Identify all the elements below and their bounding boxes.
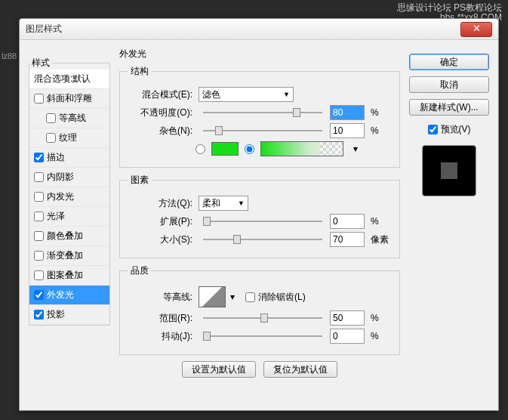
- style-checkbox[interactable]: [34, 172, 44, 182]
- spread-input[interactable]: [330, 214, 365, 229]
- style-checkbox[interactable]: [34, 231, 44, 241]
- layer-style-dialog: 图层样式 ✕ 样式 混合选项:默认 斜面和浮雕等高线纹理描边内阴影内发光光泽颜色…: [19, 18, 499, 411]
- blend-mode-label: 混合模式(E):: [128, 88, 192, 101]
- noise-unit: %: [371, 125, 392, 136]
- style-item-4[interactable]: 内阴影: [29, 168, 109, 187]
- structure-group: 结构 混合模式(E): 滤色▼ 不透明度(O): % 杂色(N):: [119, 65, 400, 168]
- style-checkbox[interactable]: [34, 290, 44, 300]
- noise-slider[interactable]: [203, 124, 322, 137]
- style-checkbox[interactable]: [34, 212, 44, 221]
- color-swatch[interactable]: [211, 142, 239, 156]
- quality-legend: 品质: [128, 264, 152, 277]
- technique-label: 方法(Q):: [128, 197, 192, 210]
- antialias-checkbox[interactable]: [245, 292, 255, 302]
- style-item-1[interactable]: 等高线: [29, 109, 109, 128]
- style-item-6[interactable]: 光泽: [29, 207, 109, 227]
- styles-legend: 样式: [29, 57, 52, 69]
- opacity-slider[interactable]: [203, 106, 322, 119]
- reset-default-button[interactable]: 复位为默认值: [263, 361, 337, 378]
- opacity-input[interactable]: [330, 105, 365, 120]
- preview-label: 预览(V): [441, 123, 471, 136]
- color-radio[interactable]: [196, 144, 205, 154]
- preview-checkbox[interactable]: [428, 125, 438, 134]
- noise-input[interactable]: [330, 123, 365, 138]
- chevron-down-icon[interactable]: ▾: [230, 292, 235, 302]
- contour-picker[interactable]: [199, 286, 226, 307]
- size-unit: 像素: [371, 233, 392, 246]
- preview-thumbnail: [422, 145, 476, 196]
- style-checkbox[interactable]: [34, 251, 44, 261]
- style-label: 渐变叠加: [47, 249, 83, 262]
- elements-legend: 图素: [128, 174, 152, 187]
- dialog-title: 图层样式: [26, 23, 62, 36]
- chevron-down-icon: ▼: [238, 199, 245, 207]
- blend-mode-select[interactable]: 滤色▼: [199, 87, 294, 102]
- chevron-down-icon: ▼: [283, 91, 290, 98]
- style-label: 图案叠加: [47, 269, 83, 282]
- style-item-9[interactable]: 图案叠加: [29, 266, 109, 286]
- styles-panel: 样式 混合选项:默认 斜面和浮雕等高线纹理描边内阴影内发光光泽颜色叠加渐变叠加图…: [29, 57, 110, 326]
- outer-glow-legend: 外发光: [119, 48, 146, 60]
- jitter-slider[interactable]: [203, 329, 322, 343]
- spread-unit: %: [371, 216, 392, 227]
- style-label: 等高线: [59, 112, 86, 125]
- style-label: 内发光: [47, 190, 74, 203]
- titlebar[interactable]: 图层样式 ✕: [20, 19, 498, 40]
- style-checkbox[interactable]: [34, 94, 44, 103]
- gradient-radio[interactable]: [245, 144, 254, 154]
- watermark-line1: 思缘设计论坛 PS教程论坛: [397, 2, 502, 13]
- style-item-11[interactable]: 投影: [29, 305, 109, 325]
- style-label: 光泽: [47, 210, 65, 223]
- new-style-button[interactable]: 新建样式(W)...: [409, 99, 489, 116]
- style-item-10[interactable]: 外发光: [29, 286, 109, 305]
- close-button[interactable]: ✕: [460, 22, 492, 37]
- range-unit: %: [371, 313, 392, 323]
- structure-legend: 结构: [128, 65, 152, 78]
- technique-select[interactable]: 柔和▼: [199, 196, 248, 211]
- blend-mode-value: 滤色: [202, 88, 220, 101]
- gradient-picker[interactable]: [260, 141, 343, 156]
- range-label: 范围(R):: [128, 312, 192, 325]
- size-input[interactable]: [330, 232, 365, 247]
- ok-button[interactable]: 确定: [409, 54, 489, 70]
- main-settings: 外发光 结构 混合模式(E): 滤色▼ 不透明度(O): % 杂色(N): [119, 48, 400, 378]
- style-checkbox[interactable]: [46, 133, 56, 143]
- style-checkbox[interactable]: [46, 113, 56, 123]
- spread-slider[interactable]: [203, 215, 322, 228]
- style-item-2[interactable]: 纹理: [29, 128, 109, 148]
- opacity-unit: %: [371, 107, 392, 118]
- style-label: 斜面和浮雕: [47, 92, 92, 105]
- style-label: 内阴影: [47, 171, 74, 184]
- style-checkbox[interactable]: [34, 153, 44, 162]
- noise-label: 杂色(N):: [128, 125, 192, 137]
- style-item-7[interactable]: 颜色叠加: [29, 227, 109, 246]
- jitter-input[interactable]: [330, 329, 365, 344]
- dialog-body: 样式 混合选项:默认 斜面和浮雕等高线纹理描边内阴影内发光光泽颜色叠加渐变叠加图…: [20, 40, 498, 410]
- style-item-5[interactable]: 内发光: [29, 187, 109, 207]
- blending-options-default[interactable]: 混合选项:默认: [29, 69, 109, 89]
- range-input[interactable]: [330, 310, 365, 326]
- style-item-8[interactable]: 渐变叠加: [29, 246, 109, 266]
- jitter-unit: %: [371, 331, 392, 341]
- jitter-label: 抖动(J):: [128, 330, 192, 343]
- style-checkbox[interactable]: [34, 192, 44, 202]
- style-item-0[interactable]: 斜面和浮雕: [29, 89, 109, 109]
- opacity-label: 不透明度(O):: [128, 107, 192, 119]
- range-slider[interactable]: [203, 311, 322, 325]
- style-checkbox[interactable]: [34, 270, 44, 280]
- set-default-button[interactable]: 设置为默认值: [182, 361, 256, 378]
- style-label: 外发光: [47, 289, 74, 301]
- chevron-down-icon[interactable]: ▾: [349, 144, 362, 154]
- bg-text: lz88: [2, 51, 17, 60]
- size-label: 大小(S):: [128, 233, 192, 246]
- contour-label: 等高线:: [128, 291, 192, 304]
- cancel-button[interactable]: 取消: [409, 76, 489, 93]
- size-slider[interactable]: [203, 233, 322, 246]
- style-label: 纹理: [59, 131, 77, 144]
- right-column: 确定 取消 新建样式(W)... 预览(V): [409, 54, 489, 196]
- quality-group: 品质 等高线: ▾ 消除锯齿(L) 范围(R): % 抖动(J):: [119, 264, 400, 355]
- technique-value: 柔和: [202, 197, 220, 210]
- style-item-3[interactable]: 描边: [29, 148, 109, 168]
- spread-label: 扩展(P):: [128, 215, 192, 228]
- style-checkbox[interactable]: [34, 310, 44, 320]
